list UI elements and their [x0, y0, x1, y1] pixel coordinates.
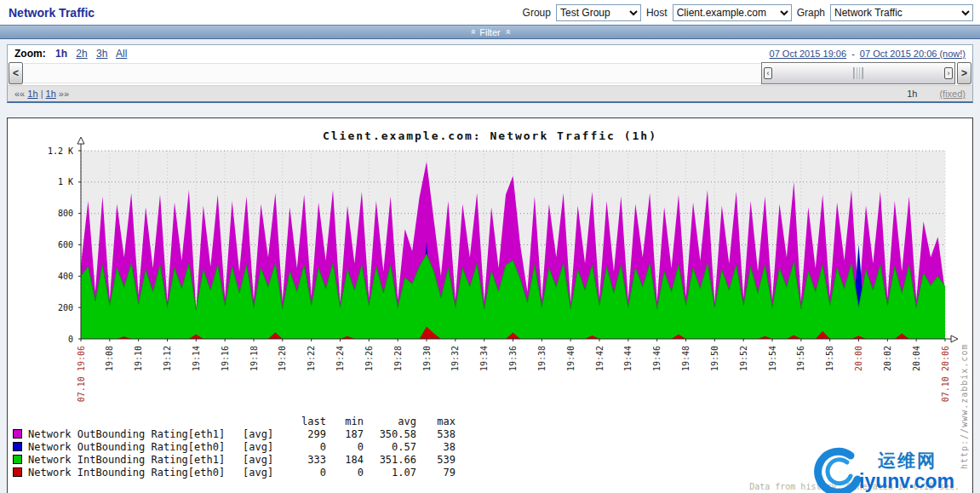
time-from-link[interactable]: 07 Oct 2015 19:06 — [770, 49, 847, 59]
legend-item-name: Network OutBounding Rating[eth1] — [28, 428, 243, 440]
x-tick-label: 19:46 — [652, 346, 662, 371]
y-tick-label: 800 — [58, 209, 73, 218]
legend-item-func: [avg] — [243, 467, 282, 479]
legend-row: Network OutBounding Rating[eth0][avg]000… — [13, 440, 456, 453]
legend-row: Network IntBounding Rating[eth0][avg]001… — [13, 466, 456, 479]
y-tick-label: 400 — [58, 272, 73, 281]
x-tick-label: 19:30 — [422, 346, 432, 371]
host-label: Host — [646, 7, 668, 19]
x-tick-label: 19:44 — [623, 346, 633, 371]
x-tick-label: 19:22 — [307, 346, 316, 371]
fixed-link[interactable]: (fixed) — [939, 89, 966, 99]
zoom-3h-link[interactable]: 3h — [96, 48, 107, 60]
x-tick-label: 19:26 — [364, 346, 374, 371]
legend-item-name: Network OutBounding Rating[eth0] — [28, 441, 243, 453]
scroll-right-button[interactable]: > — [957, 62, 971, 84]
nav-back-arrows[interactable]: «« — [14, 89, 25, 99]
legend-item-avg: 351.66 — [364, 454, 416, 466]
x-tick-label: 19:18 — [249, 346, 259, 371]
legend-item-last: 0 — [282, 467, 326, 479]
graph-selectors: Group Test Group Host Client.example.com… — [523, 4, 973, 21]
nav-fwd-arrows[interactable]: »» — [59, 89, 69, 99]
legend-col-min: min — [326, 416, 364, 427]
period-nav-row: «« 1h | 1h »» 1h (fixed) — [8, 85, 972, 101]
legend-item-max: 539 — [416, 454, 456, 466]
x-tick-label: 19:20 — [278, 346, 287, 371]
legend-item-min: 184 — [326, 454, 364, 466]
host-select[interactable]: Client.example.com — [673, 4, 792, 21]
filter-toggle[interactable]: » Filter » — [0, 25, 980, 39]
x-tick-label: 07.10 20:06 — [941, 346, 950, 402]
legend-item-name: Network IntBounding Rating[eth0] — [28, 467, 243, 479]
legend-row: Network OutBounding Rating[eth1][avg]299… — [13, 427, 456, 440]
period-status: 1h (fixed) — [907, 89, 966, 99]
zoom-row: Zoom: 1h 2h 3h All 07 Oct 2015 19:06 - 0… — [8, 45, 972, 61]
iyunv-watermark: 运维网 iyunv.com — [806, 447, 980, 493]
legend-item-func: [avg] — [243, 441, 282, 453]
x-axis-arrow — [951, 335, 958, 342]
watermark-cn-text: 运维网 — [878, 449, 937, 473]
x-tick-label: 19:34 — [479, 346, 489, 371]
x-tick-label: 19:36 — [508, 346, 518, 371]
group-label: Group — [523, 7, 551, 19]
zoom-1h-selected[interactable]: 1h — [55, 48, 67, 60]
page-title: Network Traffic — [9, 6, 95, 20]
legend-item-min: 0 — [326, 441, 364, 453]
time-control-panel: Zoom: 1h 2h 3h All 07 Oct 2015 19:06 - 0… — [7, 44, 973, 103]
graph-select[interactable]: Network Traffic — [830, 4, 973, 21]
x-tick-label: 19:52 — [739, 346, 748, 371]
group-select[interactable]: Test Group — [556, 4, 641, 21]
x-tick-label: 19:58 — [825, 346, 834, 371]
legend-swatch — [13, 467, 22, 477]
period-nav: «« 1h | 1h »» — [14, 89, 69, 99]
legend-item-last: 0 — [282, 441, 326, 453]
time-to-link[interactable]: 07 Oct 2015 20:06 (now!) — [860, 49, 966, 59]
legend-item-name: Network IntBounding Rating[eth1] — [28, 454, 243, 466]
x-tick-label: 20:04 — [912, 346, 921, 371]
legend-item-min: 0 — [326, 467, 364, 479]
legend-item-avg: 0.57 — [364, 441, 416, 453]
legend-swatch — [13, 442, 22, 451]
y-tick-label: 1 K — [58, 177, 73, 186]
x-tick-label: 19:38 — [537, 346, 547, 371]
y-tick-label: 0 — [68, 335, 73, 344]
graph-container: Client.example.com: Network Traffic (1h)… — [7, 118, 973, 493]
y-tick-label: 200 — [58, 303, 73, 312]
scroll-right-icon: > — [961, 67, 967, 79]
time-slider[interactable]: ‹ › — [761, 62, 955, 84]
zoom-2h-link[interactable]: 2h — [76, 48, 87, 60]
slider-right-icon[interactable]: › — [944, 67, 953, 79]
slider-left-icon[interactable]: ‹ — [764, 67, 772, 79]
x-tick-label: 20:00 — [854, 346, 863, 371]
graph-legend: lastminavgmaxNetwork OutBounding Rating[… — [13, 415, 456, 479]
legend-item-max: 79 — [416, 467, 456, 479]
zoom-all-link[interactable]: All — [116, 48, 127, 60]
scroll-left-button[interactable]: < — [9, 62, 23, 84]
y-tick-label: 600 — [58, 240, 73, 249]
nav-back-1h-link[interactable]: 1h — [27, 89, 37, 99]
slider-grip[interactable] — [853, 67, 863, 79]
nav-pipe: | — [41, 89, 43, 99]
x-tick-label: 19:12 — [163, 346, 172, 371]
legend-swatch — [13, 455, 22, 464]
x-tick-label: 19:48 — [681, 346, 691, 371]
legend-header: lastminavgmax — [13, 415, 456, 427]
graph-label: Graph — [797, 7, 825, 19]
legend-item-avg: 350.58 — [364, 428, 416, 440]
x-tick-label: 19:56 — [796, 346, 805, 371]
zoom-links: Zoom: 1h 2h 3h All — [14, 48, 133, 60]
y-tick-label: 1.2 K — [48, 146, 73, 156]
y-axis-arrow — [77, 137, 84, 144]
filter-label: Filter — [479, 27, 500, 37]
watermark-site-text: iyunv.com — [859, 470, 954, 493]
x-tick-label: 19:24 — [335, 346, 345, 371]
legend-col-avg: avg — [364, 416, 416, 427]
top-bar: Network Traffic Group Test Group Host Cl… — [0, 0, 980, 25]
period-value: 1h — [907, 89, 917, 99]
x-tick-label: 19:32 — [450, 346, 460, 371]
legend-item-func: [avg] — [243, 428, 282, 440]
x-tick-label: 19:08 — [105, 346, 114, 371]
nav-fwd-1h-link[interactable]: 1h — [46, 89, 56, 99]
legend-item-min: 187 — [326, 428, 364, 440]
legend-col-last: last — [282, 416, 326, 427]
